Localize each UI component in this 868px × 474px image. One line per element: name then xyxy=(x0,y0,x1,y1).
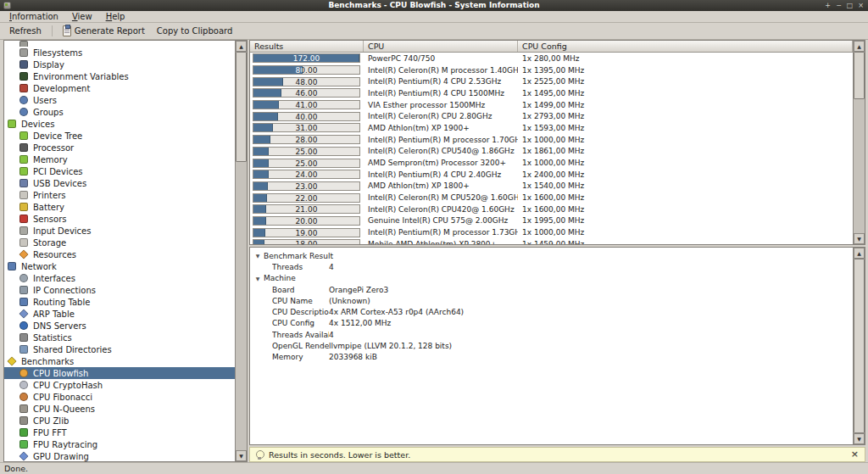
sidebar-item-device-tree[interactable]: Device Tree xyxy=(4,130,235,142)
table-row[interactable]: 25.0025.00Intel(R) Celeron(R) CPU540@ 1.… xyxy=(250,146,853,158)
sidebar-item-gpu-drawing[interactable]: GPU Drawing xyxy=(4,450,235,461)
table-row[interactable]: 25.0025.00AMD Sempron(tm) Processor 3200… xyxy=(250,157,853,169)
table-row[interactable]: 24.0024.00Intel(R) Pentium(R) 4 CPU 2.40… xyxy=(250,169,853,181)
sidebar-item-processor[interactable]: Processor xyxy=(4,142,235,153)
sidebar-item-input-devices[interactable]: Input Devices xyxy=(4,225,235,237)
table-row[interactable]: 21.0021.00Intel(R) Celeron(R) CPU420@ 1.… xyxy=(250,204,853,215)
details-row[interactable]: BoardOrangePi Zero3 xyxy=(250,284,853,295)
details-section-benchmark-result[interactable]: ▼Benchmark Result xyxy=(250,250,853,261)
cpu-config-cell: 1x 1000,00 MHz xyxy=(518,136,853,144)
results-scrollbar-trough[interactable] xyxy=(854,52,865,233)
sidebar-item-dns-servers[interactable]: DNS Servers xyxy=(4,320,235,332)
results-scrollbar[interactable]: ▲ ▼ xyxy=(853,41,865,244)
sidebar-item-printers[interactable]: Printers xyxy=(4,189,235,201)
sidebar-item-shared-directories[interactable]: Shared Directories xyxy=(4,343,235,355)
details-row[interactable]: CPU Name(Unknown) xyxy=(250,295,853,306)
details-row[interactable]: Memory2033968 kiB xyxy=(250,352,853,363)
results-scrollbar-thumb[interactable] xyxy=(854,52,865,99)
details-scrollbar-thumb[interactable] xyxy=(854,259,865,433)
sidebar-item-clipped[interactable] xyxy=(4,41,235,47)
sidebar-item-usb-devices[interactable]: USB Devices xyxy=(4,177,235,189)
sidebar-item-development[interactable]: Development xyxy=(4,82,235,94)
table-row[interactable]: 46.0046.00Intel(R) Pentium(R) 4 CPU 1500… xyxy=(250,87,853,99)
refresh-button[interactable]: Refresh xyxy=(4,25,47,38)
sidebar-scrollbar-trough[interactable] xyxy=(236,52,247,450)
table-row[interactable]: 23.0023.00AMD Athlon(tm) XP 1800+1x 1540… xyxy=(250,181,853,192)
details-row[interactable]: CPU Description4x ARM Cortex-A53 r0p4 (A… xyxy=(250,306,853,317)
sidebar-item-memory[interactable]: Memory xyxy=(4,153,235,165)
sidebar-item-label: Devices xyxy=(21,120,54,129)
infobar-close-icon[interactable]: × xyxy=(851,448,859,461)
scroll-down-icon[interactable]: ▼ xyxy=(236,450,247,461)
sidebar-item-benchmarks[interactable]: Benchmarks xyxy=(4,355,235,367)
copy-to-clipboard-button[interactable]: Copy to Clipboard xyxy=(152,25,238,38)
table-row[interactable]: 22.0022.00Intel(R) Celeron(R) M CPU520@ … xyxy=(250,192,853,204)
sidebar-item-statistics[interactable]: Statistics xyxy=(4,332,235,343)
result-value: 41.00 xyxy=(253,101,279,109)
expander-icon[interactable]: ▼ xyxy=(253,253,262,259)
sidebar-scrollbar-thumb[interactable] xyxy=(236,52,247,162)
sidebar-item-cpu-blowfish[interactable]: CPU Blowfish xyxy=(4,367,235,379)
sidebar-item-environment-variables[interactable]: Environment Variables xyxy=(4,70,235,82)
sidebar-item-cpu-n-queens[interactable]: CPU N-Queens xyxy=(4,403,235,415)
sidebar-scrollbar[interactable]: ▲ ▼ xyxy=(235,41,247,461)
menu-item-information[interactable]: Information xyxy=(3,11,65,22)
sidebar-item-users[interactable]: Users xyxy=(4,94,235,106)
table-row[interactable]: 18.0018.00Mobile AMD Athlon(tm) XP 2800+… xyxy=(250,238,853,244)
sidebar-item-ip-connections[interactable]: IP Connections xyxy=(4,284,235,296)
scroll-down-icon[interactable]: ▼ xyxy=(854,433,865,444)
sidebar-item-devices[interactable]: Devices xyxy=(4,118,235,130)
sidebar-item-display[interactable]: Display xyxy=(4,59,235,70)
close-button[interactable]: × xyxy=(857,0,865,11)
sidebar-item-cpu-fibonacci[interactable]: CPU Fibonacci xyxy=(4,391,235,403)
sidebar-item-routing-table[interactable]: Routing Table xyxy=(4,296,235,308)
details-row[interactable]: OpenGL Rendererllvmpipe (LLVM 20.1.2, 12… xyxy=(250,340,853,351)
table-row[interactable]: 20.0020.00Genuine Intel(R) CPU 575@ 2.00… xyxy=(250,215,853,227)
details-scrollbar[interactable]: ▲ ▼ xyxy=(853,248,865,444)
column-header-cpu[interactable]: CPU xyxy=(364,41,518,52)
menu-item-help[interactable]: Help xyxy=(99,11,132,22)
result-cell: 41.0041.00 xyxy=(250,100,364,109)
sidebar-item-interfaces[interactable]: Interfaces xyxy=(4,272,235,284)
menu-item-view[interactable]: View xyxy=(65,11,99,22)
sidebar-item-resources[interactable]: Resources xyxy=(4,248,235,260)
table-row[interactable]: 31.0031.00AMD Athlon(tm) XP 1900+1x 1593… xyxy=(250,122,853,134)
minimize-button[interactable]: − xyxy=(835,0,843,11)
sidebar-item-arp-table[interactable]: ARP Table xyxy=(4,308,235,320)
generate-report-button[interactable]: Generate Report xyxy=(58,25,150,38)
sidebar-item-fpu-raytracing[interactable]: FPU Raytracing xyxy=(4,438,235,450)
sidebar-item-pci-devices[interactable]: PCI Devices xyxy=(4,165,235,177)
sidebar-item-battery[interactable]: Battery xyxy=(4,201,235,213)
table-row[interactable]: 48.0048.00Intel(R) Pentium(R) 4 CPU 2.53… xyxy=(250,75,853,87)
sidebar-item-network[interactable]: Network xyxy=(4,260,235,272)
scroll-up-icon[interactable]: ▲ xyxy=(236,41,247,52)
details-row[interactable]: CPU Config4x 1512,00 MHz xyxy=(250,318,853,329)
scroll-down-icon[interactable]: ▼ xyxy=(854,233,865,244)
details-section-machine[interactable]: ▼Machine xyxy=(250,273,853,284)
table-row[interactable]: 40.0040.00Intel(R) Celeron(R) CPU 2.80GH… xyxy=(250,110,853,122)
table-row[interactable]: 19.0019.00Intel(R) Pentium(R) M processo… xyxy=(250,226,853,238)
column-header-cpu-config[interactable]: CPU Config xyxy=(518,41,853,52)
maximize-button[interactable]: □ xyxy=(846,0,854,11)
sidebar-item-groups[interactable]: Groups xyxy=(4,106,235,118)
sidebar-item-filesystems[interactable]: Filesystems xyxy=(4,47,235,59)
sidebar-item-cpu-zlib[interactable]: CPU Zlib xyxy=(4,415,235,427)
column-header-results[interactable]: Results xyxy=(250,41,364,52)
table-row[interactable]: 80.0080.00Intel(R) Celeron(R) M processo… xyxy=(250,64,853,76)
sidebar-item-fpu-fft[interactable]: FPU FFT xyxy=(4,427,235,438)
expander-icon[interactable]: ▼ xyxy=(253,276,262,282)
toolbar: RefreshGenerate ReportCopy to Clipboard xyxy=(0,23,868,40)
sidebar-item-sensors[interactable]: Sensors xyxy=(4,213,235,225)
sidebar-item-storage[interactable]: Storage xyxy=(4,237,235,248)
table-row[interactable]: 28.0028.00Intel(R) Pentium(R) M processo… xyxy=(250,134,853,146)
details-row[interactable]: Threads Available4 xyxy=(250,329,853,340)
stick-button[interactable]: + xyxy=(824,0,832,11)
sidebar-item-cpu-cryptohash[interactable]: CPU CryptoHash xyxy=(4,379,235,391)
scroll-up-icon[interactable]: ▲ xyxy=(854,41,865,52)
details-row[interactable]: Threads4 xyxy=(250,261,853,272)
table-row[interactable]: 41.0041.00VIA Esther processor 1500MHz1x… xyxy=(250,99,853,111)
table-row[interactable]: 172.00172.00PowerPC 740/7501x 280,00 MHz xyxy=(250,53,853,64)
result-cell: 18.0018.00 xyxy=(250,239,364,244)
scroll-up-icon[interactable]: ▲ xyxy=(854,248,865,259)
details-scrollbar-trough[interactable] xyxy=(854,259,865,433)
